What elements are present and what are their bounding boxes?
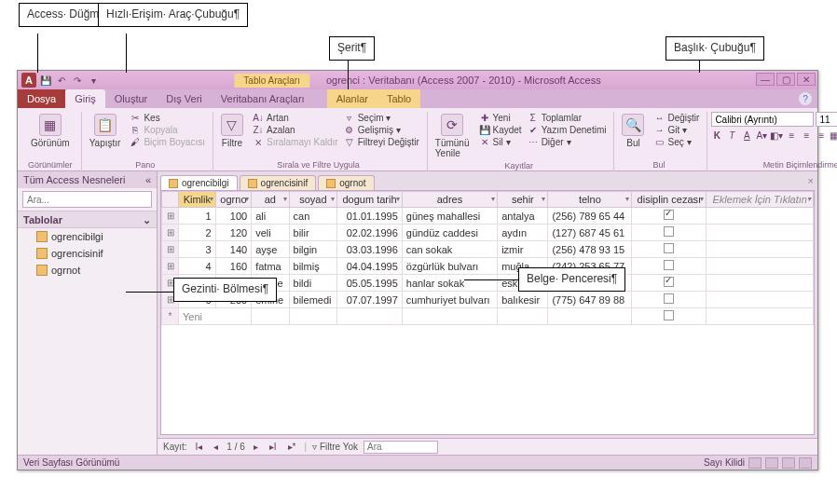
view-button[interactable]: ▦Görünüm	[27, 112, 74, 150]
font-name-combo[interactable]	[711, 112, 814, 127]
access-window: A 💾 ↶ ↷ ▾ Tablo Araçları ogrenci : Verit…	[17, 70, 818, 470]
column-header[interactable]: Eklemek İçin Tıklatın▾	[707, 192, 814, 208]
pivot-view-button[interactable]	[765, 457, 778, 469]
datasheet-grid[interactable]: Kimlik▾ogrno▾ad▾soyad▾dogum tarih▾adres▾…	[161, 191, 814, 325]
prev-record-button[interactable]: ◂	[211, 442, 221, 452]
nav-search-input[interactable]	[22, 191, 152, 208]
save-icon[interactable]: 💾	[39, 74, 52, 87]
more-button[interactable]: ⋯Diğer ▾	[528, 136, 607, 147]
find-label: Bul	[626, 138, 639, 148]
selection-button[interactable]: ▿Seçim ▾	[344, 112, 419, 123]
copy-button[interactable]: ⎘Kopyala	[130, 124, 205, 135]
datasheet-view-button[interactable]	[748, 457, 762, 469]
fill-color-icon[interactable]: ◧▾	[771, 129, 782, 141]
record-navigator: Kayıt: I◂ ◂ 1 / 6 ▸ ▸I ▸* | ▿ Filtre Yok	[158, 438, 817, 455]
fields-tab[interactable]: Alanlar	[327, 89, 377, 108]
undo-icon[interactable]: ↶	[55, 74, 68, 87]
column-header[interactable]: adres▾	[402, 192, 497, 208]
column-header[interactable]: sehir▾	[498, 192, 548, 208]
column-header[interactable]: dogum tarih▾	[337, 192, 402, 208]
delete-record-button[interactable]: ✕Sil ▾	[479, 136, 522, 147]
toggle-filter-button[interactable]: ▽Filtreyi Değiştir	[344, 136, 419, 147]
table-row[interactable]: ⊞3140ayşebilgin03.03.1996can sokakizmir(…	[162, 241, 814, 258]
views-group-label: Görünümler	[27, 159, 74, 171]
nav-header[interactable]: Tüm Access Nesneleri	[23, 174, 125, 185]
close-doc-icon[interactable]: ×	[808, 175, 814, 186]
paste-button[interactable]: 📋Yapıştır	[86, 112, 125, 150]
access-icon[interactable]: A	[21, 73, 36, 88]
spelling-button[interactable]: ✔Yazım Denetimi	[528, 124, 607, 135]
qat-dropdown-icon[interactable]: ▾	[87, 74, 100, 87]
nav-item-ogrencisinif[interactable]: ogrencisinif	[18, 245, 157, 262]
align-left-icon[interactable]: ≡	[786, 129, 797, 141]
column-header[interactable]: ad▾	[252, 192, 289, 208]
home-tab[interactable]: Giriş	[65, 89, 105, 108]
column-header[interactable]: disiplin cezası▾	[632, 192, 707, 208]
font-size-combo[interactable]	[816, 112, 837, 127]
new-row[interactable]: *Yeni	[162, 308, 814, 325]
close-button[interactable]: ✕	[797, 73, 816, 86]
underline-icon[interactable]: A	[741, 129, 752, 141]
format-painter-button[interactable]: 🖌Biçim Boyacısı	[130, 136, 205, 147]
sort-desc-button[interactable]: Z↓Azalan	[253, 124, 338, 135]
find-button[interactable]: 🔍Bul	[618, 112, 648, 150]
redo-icon[interactable]: ↷	[71, 74, 84, 87]
design-view-button[interactable]	[799, 457, 812, 469]
status-view-label: Veri Sayfası Görünümü	[23, 457, 119, 468]
column-header[interactable]: Kimlik▾	[179, 192, 216, 208]
goto-button[interactable]: →Git ▾	[653, 124, 699, 135]
next-record-button[interactable]: ▸	[251, 442, 261, 452]
file-tab[interactable]: Dosya	[18, 89, 65, 108]
italic-icon[interactable]: T	[726, 129, 737, 141]
replace-button[interactable]: ↔Değiştir	[653, 112, 699, 123]
chart-view-button[interactable]	[782, 457, 795, 469]
new-record-nav-button[interactable]: ▸*	[285, 442, 299, 452]
new-record-button[interactable]: ✚Yeni	[479, 112, 522, 123]
nav-item-ogrnot[interactable]: ogrnot	[18, 262, 157, 279]
bold-icon[interactable]: K	[711, 129, 722, 141]
record-search-input[interactable]	[364, 441, 438, 454]
find-group-label: Bul	[618, 159, 699, 171]
advanced-button[interactable]: ⚙Gelişmiş ▾	[344, 124, 419, 135]
doc-tab-ogrencibilgi[interactable]: ogrencibilgi	[160, 175, 238, 190]
gridlines-icon[interactable]: ▦▾	[830, 129, 837, 141]
ribbon: ▦Görünüm Görünümler 📋Yapıştır ✂Kes ⎘Kopy…	[18, 108, 817, 171]
callout-doc: Belge· Penceresi¶	[518, 267, 625, 292]
sort-asc-button[interactable]: A↓Artan	[253, 112, 338, 123]
clear-sort-button[interactable]: ⨯Sıralamayı Kaldır	[253, 136, 338, 147]
create-tab[interactable]: Oluştur	[105, 89, 157, 108]
ribbon-tabs: Dosya Giriş Oluştur Dış Veri Veritabanı …	[18, 89, 817, 108]
doc-tab-ogrencisinif[interactable]: ogrencisinif	[240, 175, 317, 190]
table-icon	[169, 179, 178, 188]
refresh-all-button[interactable]: ⟳Tümünü Yenile	[432, 112, 473, 160]
nav-group-tables[interactable]: Tablolar ⌄	[18, 211, 157, 228]
help-icon[interactable]: ?	[799, 92, 812, 105]
first-record-button[interactable]: I◂	[193, 442, 206, 452]
maximize-button[interactable]: ▢	[776, 73, 795, 86]
dbtools-tab[interactable]: Veritabanı Araçları	[212, 89, 314, 108]
table-row[interactable]: ⊞2120velibilir02.02.1996gündüz caddesiay…	[162, 225, 814, 241]
external-data-tab[interactable]: Dış Veri	[157, 89, 212, 108]
table-row[interactable]: ⊞1100alican01.01.1995güneş mahallesianta…	[162, 208, 814, 225]
table-row[interactable]: ⊞4160fatmabilmiş04.04.1995özgürlük bulva…	[162, 258, 814, 275]
column-header[interactable]: soyad▾	[289, 192, 337, 208]
cut-button[interactable]: ✂Kes	[130, 112, 205, 123]
save-record-button[interactable]: 💾Kaydet	[479, 124, 522, 135]
align-right-icon[interactable]: ≡	[816, 129, 827, 141]
document-window: ogrencibilgi ogrencisinif ogrnot × Kimli…	[158, 171, 817, 455]
last-record-button[interactable]: ▸I	[267, 442, 280, 452]
callout-qat: Hızlı·Erişim· Araç·Çubuğu¶	[98, 3, 248, 27]
font-color-icon[interactable]: A▾	[756, 129, 767, 141]
doc-tab-ogrnot[interactable]: ogrnot	[318, 175, 374, 190]
align-center-icon[interactable]: ≡	[801, 129, 812, 141]
select-button[interactable]: ▭Seç ▾	[653, 136, 699, 147]
column-header[interactable]: telno▾	[548, 192, 632, 208]
table-tab[interactable]: Tablo	[377, 89, 420, 108]
nav-collapse-icon[interactable]: «	[145, 174, 151, 185]
minimize-button[interactable]: ―	[756, 73, 775, 86]
no-filter-label[interactable]: ▿ Filtre Yok	[312, 442, 358, 452]
totals-button[interactable]: ΣToplamlar	[528, 112, 607, 123]
column-header[interactable]: ogrno▾	[215, 192, 251, 208]
nav-item-ogrencibilgi[interactable]: ogrencibilgi	[18, 228, 157, 245]
filter-button[interactable]: ▽Filtre	[217, 112, 247, 150]
